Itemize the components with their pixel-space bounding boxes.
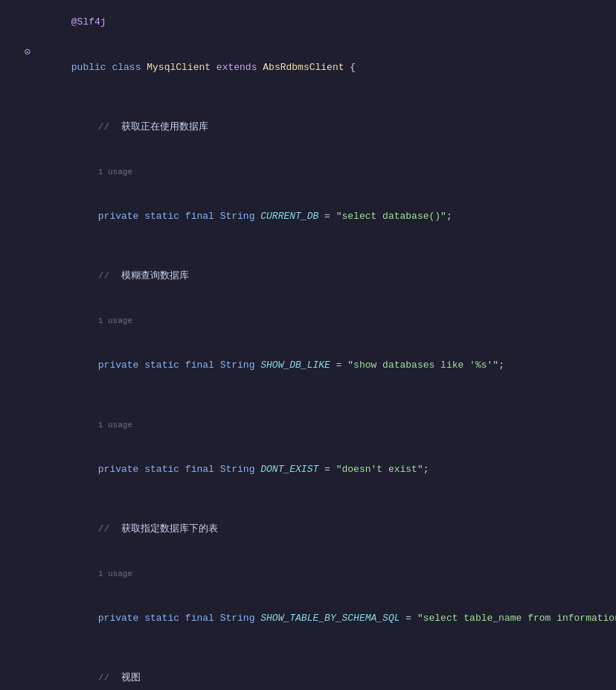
line-comment-2: // 模糊查询数据库 <box>0 254 616 298</box>
line-comment-3: // 获取指定数据库下的表 <box>0 507 616 552</box>
arrow-indicator: ⊙ <box>0 45 33 60</box>
annotation-slf4j: @Slf4j <box>71 16 106 28</box>
line-code: public class MysqlClient extends AbsRdbm… <box>33 45 616 90</box>
line-blank <box>0 641 616 656</box>
kw-extends: extends <box>216 62 263 73</box>
kw-public: public <box>71 62 112 73</box>
line-field-current-db: private static final String CURRENT_DB =… <box>0 194 616 239</box>
kw-class: class <box>112 62 147 73</box>
comment-marker: // <box>98 121 121 132</box>
line-comment-1: // 获取正在使用数据库 <box>0 105 616 150</box>
line-usage-4: 1 usage <box>0 552 616 596</box>
line-field-show-table: private static final String SHOW_TABLE_B… <box>0 596 616 641</box>
code-editor: @Slf4j ⊙ public class MysqlClient extend… <box>0 0 616 690</box>
line-comment-4: // 视图 <box>0 656 616 690</box>
comment-text: 获取正在使用数据库 <box>121 121 208 132</box>
line-usage-2: 1 usage <box>0 298 616 343</box>
line-annotation: @Slf4j <box>0 0 616 45</box>
line-code: @Slf4j <box>33 0 616 45</box>
brace: { <box>344 62 356 73</box>
line-blank <box>0 492 616 507</box>
indent <box>71 121 98 132</box>
line-usage-3: 1 usage <box>0 403 616 447</box>
usage-badge: 1 usage <box>98 167 132 176</box>
line-field-dont-exist: private static final String DONT_EXIST =… <box>0 447 616 492</box>
line-class-decl: ⊙ public class MysqlClient extends AbsRd… <box>0 45 616 90</box>
line-blank <box>0 90 616 105</box>
parent-class: AbsRdbmsClient <box>263 62 344 73</box>
line-usage-1: 1 usage <box>0 150 616 194</box>
class-name: MysqlClient <box>147 62 216 73</box>
line-blank <box>0 388 616 403</box>
line-blank <box>0 239 616 254</box>
line-field-show-db-like: private static final String SHOW_DB_LIKE… <box>0 343 616 388</box>
